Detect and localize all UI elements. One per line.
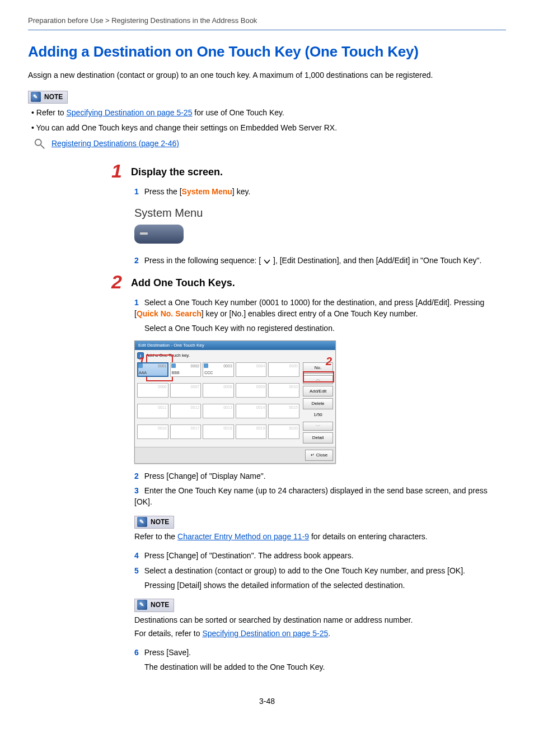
otk-cell-0016[interactable]: 0016 bbox=[137, 424, 168, 439]
add-edit-button[interactable]: Add/Edit bbox=[303, 386, 333, 397]
quick-no-search-keyname: Quick No. Search bbox=[137, 309, 202, 318]
otk-cell-0008[interactable]: 0008 bbox=[203, 383, 234, 398]
otk-cell-0010[interactable]: 0010 bbox=[268, 383, 299, 398]
intro-text: Assign a new destination (contact or gro… bbox=[28, 69, 506, 81]
otk-cell-0015[interactable]: 0015 bbox=[268, 404, 299, 418]
step1-sub2: 2 Press in the following sequence: [ ], … bbox=[134, 255, 506, 266]
note-bullet-2: You can add One Touch keys and change th… bbox=[28, 122, 506, 133]
chevron-down-icon bbox=[263, 259, 271, 264]
note-char-entry: NOTE Refer to the Character Entry Method… bbox=[134, 516, 506, 543]
otk-cell-0003[interactable]: 0003CCC bbox=[203, 362, 234, 377]
otk-cell-0014[interactable]: 0014 bbox=[236, 404, 267, 418]
step2-sub1: 1 Select a One Touch Key number (0001 to… bbox=[134, 297, 506, 320]
step2-sub5-hint: Pressing [Detail] shows the detailed inf… bbox=[134, 580, 506, 591]
system-menu-label: System Menu bbox=[134, 205, 506, 221]
link-reg-dest[interactable]: Registering Destinations (page 2-46) bbox=[51, 138, 179, 149]
step2-sub6-hint: The destination will be added to the One… bbox=[134, 661, 506, 673]
page-up-button[interactable]: ︿ bbox=[303, 375, 333, 384]
otk-cell-0011[interactable]: 0011 bbox=[137, 404, 168, 418]
step-2-heading: Add One Touch Keys. bbox=[131, 276, 235, 290]
note-bar: NOTE bbox=[28, 91, 68, 104]
svg-point-0 bbox=[35, 139, 41, 146]
otk-grid: 0001AAA0002BBB0003CCC0004000500060007000… bbox=[137, 362, 299, 444]
link-spec-dest-bottom[interactable]: Specifying Destination on page 5-25 bbox=[202, 629, 328, 638]
breadcrumb: Preparation before Use > Registering Des… bbox=[28, 16, 506, 26]
otk-cell-0020[interactable]: 0020 bbox=[268, 424, 299, 439]
panel-info-text: Add a One Touch key. bbox=[146, 352, 190, 359]
otk-cell-0007[interactable]: 0007 bbox=[170, 383, 202, 398]
system-menu-key-graphic bbox=[134, 225, 184, 244]
step2-sub4: 4 Press [Change] of "Destination". The a… bbox=[134, 550, 506, 561]
person-icon bbox=[204, 363, 208, 368]
one-touch-key-panel: 1 2 Edit Destination - One Touch Key i A… bbox=[134, 340, 336, 463]
otk-cell-0001[interactable]: 0001AAA bbox=[137, 362, 168, 377]
person-icon bbox=[171, 363, 176, 368]
callout-2: 2 bbox=[326, 353, 332, 370]
divider bbox=[28, 30, 506, 30]
step2-sub1-hint: Select a One Touch Key with no registere… bbox=[134, 323, 506, 334]
person-icon bbox=[138, 363, 143, 368]
enter-icon: ↵ bbox=[311, 452, 315, 459]
reference-row: Registering Destinations (page 2-46) bbox=[28, 138, 506, 150]
otk-cell-0012[interactable]: 0012 bbox=[170, 404, 202, 418]
otk-cell-0013[interactable]: 0013 bbox=[203, 404, 234, 418]
detail-button[interactable]: Detail bbox=[303, 432, 333, 444]
page-title: Adding a Destination on One Touch Key (O… bbox=[28, 41, 506, 63]
otk-cell-0009[interactable]: 0009 bbox=[236, 383, 267, 398]
otk-cell-0002[interactable]: 0002BBB bbox=[170, 362, 202, 377]
pencil-icon bbox=[31, 92, 41, 102]
step-1-number: 1 bbox=[106, 161, 122, 180]
pencil-icon bbox=[137, 600, 147, 610]
note-label: NOTE bbox=[44, 92, 63, 102]
page-indicator: 1/50 bbox=[303, 411, 333, 419]
page-number: 3-48 bbox=[28, 696, 506, 707]
magnifier-icon bbox=[34, 138, 46, 150]
step2-sub6: 6 Press [Save]. bbox=[134, 647, 506, 658]
page-down-button[interactable]: ﹀ bbox=[303, 422, 333, 431]
step2-sub5: 5 Select a destination (contact or group… bbox=[134, 565, 506, 576]
otk-cell-0018[interactable]: 0018 bbox=[203, 424, 234, 439]
link-char-entry[interactable]: Character Entry Method on page 11-9 bbox=[177, 532, 309, 541]
otk-cell-0004[interactable]: 0004 bbox=[236, 362, 267, 377]
system-menu-keyname: System Menu bbox=[182, 187, 232, 196]
otk-cell-0005[interactable]: 0005 bbox=[268, 362, 299, 377]
note-sort-search: NOTE Destinations can be sorted or searc… bbox=[134, 599, 506, 639]
otk-cell-0006[interactable]: 0006 bbox=[137, 383, 168, 398]
step-2-number: 2 bbox=[106, 272, 122, 291]
step1-sub1: 1 Press the [System Menu] key. bbox=[134, 186, 506, 197]
link-spec-dest-top[interactable]: Specifying Destination on page 5-25 bbox=[67, 108, 193, 117]
step2-sub3: 3 Enter the One Touch Key name (up to 24… bbox=[134, 485, 506, 508]
otk-cell-0019[interactable]: 0019 bbox=[236, 424, 267, 439]
pencil-icon bbox=[137, 517, 147, 527]
close-button[interactable]: ↵Close bbox=[305, 450, 333, 461]
panel-title: Edit Destination - One Touch Key bbox=[135, 341, 335, 350]
step2-sub2: 2 Press [Change] of "Display Name". bbox=[134, 470, 506, 482]
svg-line-1 bbox=[41, 145, 44, 148]
delete-button[interactable]: Delete bbox=[303, 398, 333, 409]
otk-cell-0017[interactable]: 0017 bbox=[170, 424, 202, 439]
note-bullet-1: Refer to Specifying Destination on page … bbox=[28, 107, 506, 118]
step-1-heading: Display the screen. bbox=[131, 165, 223, 179]
